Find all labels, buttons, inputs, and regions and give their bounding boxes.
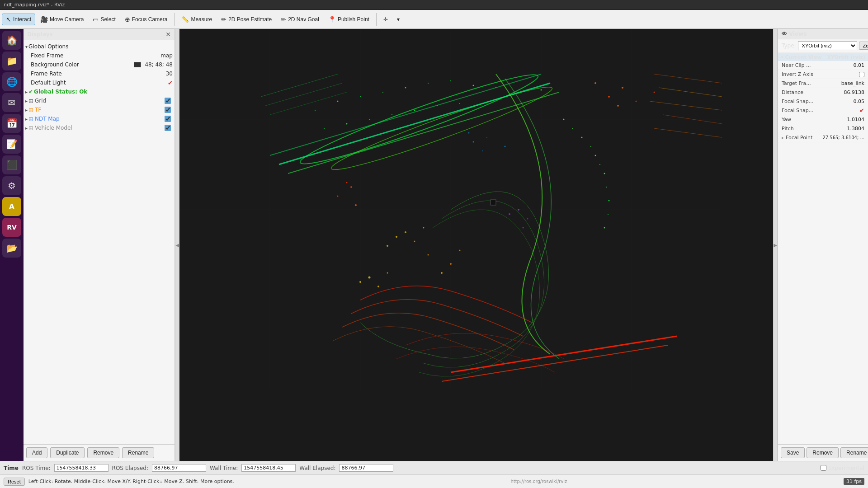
time-panel: Time ROS Time: 1547558418.33 ROS Elapsed… bbox=[0, 461, 868, 474]
reset-button[interactable]: Reset bbox=[4, 478, 25, 486]
vehicle-model-item[interactable]: ▸ ⊞ Vehicle Model bbox=[24, 123, 175, 132]
experimental-checkbox[interactable] bbox=[821, 465, 826, 471]
nav-goal-button[interactable]: ✏ 2D Nav Goal bbox=[277, 14, 323, 25]
focal-shape2-row[interactable]: Focal Shap... ✔ bbox=[778, 106, 868, 115]
invert-z-row[interactable]: Invert Z Axis bbox=[778, 70, 868, 79]
fixed-frame-label: Fixed Frame bbox=[31, 52, 159, 59]
svg-point-19 bbox=[423, 227, 425, 229]
svg-point-31 bbox=[468, 132, 470, 134]
vehicle-model-checkbox[interactable] bbox=[165, 125, 171, 131]
extra-button[interactable]: ✛ bbox=[379, 14, 392, 25]
default-light-item[interactable]: Default Light ✔ bbox=[24, 78, 175, 87]
left-collapse-handle[interactable]: ◀ bbox=[175, 29, 179, 461]
grid-item[interactable]: ▸ ⊞ Grid bbox=[24, 96, 175, 105]
extra-icon: ✛ bbox=[383, 16, 388, 23]
office-icon[interactable]: 📝 bbox=[2, 135, 21, 154]
tf-checkbox[interactable] bbox=[165, 107, 171, 113]
current-view-type: XYOrbit (rviz) bbox=[827, 54, 865, 60]
svg-point-49 bbox=[495, 87, 496, 88]
fixed-frame-value: map bbox=[160, 52, 173, 59]
displays-footer: Add Duplicate Remove Rename bbox=[24, 444, 175, 461]
add-display-button[interactable]: Add bbox=[26, 447, 47, 458]
displays-close-button[interactable]: ✕ bbox=[165, 31, 171, 38]
yaw-row[interactable]: Yaw 1.0104 bbox=[778, 115, 868, 124]
autoware-icon[interactable]: A bbox=[2, 197, 21, 216]
grid-arrow: ▸ bbox=[25, 99, 28, 103]
folder-icon[interactable]: 📂 bbox=[2, 239, 21, 258]
publish-point-button[interactable]: 📍 Publish Point bbox=[324, 14, 373, 25]
ros-elapsed-label: ROS Elapsed: bbox=[112, 465, 148, 471]
background-color-value: 48; 48; 48 bbox=[145, 61, 173, 68]
global-status-item[interactable]: ▸ ✔ Global Status: Ok bbox=[24, 87, 175, 96]
svg-point-50 bbox=[518, 92, 519, 93]
separator1 bbox=[174, 13, 175, 26]
views-type-select[interactable]: XYOrbit (rviz) Orbit (rviz) TopDownOrtho… bbox=[798, 41, 857, 50]
views-tree: ▾ Current View XYOrbit (rviz) Near Clip … bbox=[778, 52, 868, 444]
experimental-label[interactable]: Experimental bbox=[821, 465, 864, 471]
svg-point-33 bbox=[505, 146, 506, 147]
frame-rate-item[interactable]: Frame Rate 30 bbox=[24, 69, 175, 78]
remove-display-button[interactable]: Remove bbox=[87, 447, 119, 458]
rviz-icon[interactable]: RV bbox=[2, 218, 21, 237]
measure-button[interactable]: 📏 Measure bbox=[177, 14, 216, 25]
global-options-item[interactable]: ▾ Global Options bbox=[24, 42, 175, 51]
calendar-icon[interactable]: 📅 bbox=[2, 114, 21, 133]
save-view-button[interactable]: Save bbox=[781, 447, 805, 458]
background-color-item[interactable]: Background Color 48; 48; 48 bbox=[24, 60, 175, 69]
tf-item[interactable]: ▸ ⊞ TF bbox=[24, 105, 175, 114]
pitch-row[interactable]: Pitch 1.3804 bbox=[778, 124, 868, 133]
focus-camera-icon: ⊕ bbox=[125, 16, 130, 23]
remove-view-button[interactable]: Remove bbox=[807, 447, 839, 458]
views-zero-button[interactable]: Zero bbox=[859, 42, 868, 50]
svg-point-69 bbox=[604, 227, 605, 229]
svg-point-63 bbox=[595, 155, 596, 156]
focal-point-row[interactable]: ▸ Focal Point 27.565; 3.6104; ... bbox=[778, 133, 868, 142]
svg-point-58 bbox=[459, 103, 460, 104]
displays-title: Displays bbox=[27, 31, 53, 38]
status-arrow: ▸ bbox=[25, 89, 28, 94]
svg-point-36 bbox=[509, 213, 510, 215]
near-clip-row[interactable]: Near Clip ... 0.01 bbox=[778, 61, 868, 70]
terminal-icon[interactable]: ⬛ bbox=[2, 155, 21, 174]
rename-view-button[interactable]: Rename bbox=[840, 447, 868, 458]
move-camera-button[interactable]: 🎥 Move Camera bbox=[36, 14, 88, 25]
focal-shape2-label: Focal Shap... bbox=[782, 108, 859, 113]
grid-expand-icon: ⊞ bbox=[28, 98, 33, 104]
ndt-map-checkbox[interactable] bbox=[165, 116, 171, 122]
invert-z-checkbox[interactable] bbox=[859, 72, 864, 77]
ros-time-value: 1547558418.33 bbox=[54, 464, 108, 472]
svg-point-16 bbox=[405, 231, 406, 233]
svg-point-17 bbox=[414, 241, 415, 242]
focus-camera-button[interactable]: ⊕ Focus Camera bbox=[121, 14, 172, 25]
files-icon[interactable]: 📁 bbox=[2, 52, 21, 70]
rename-display-button[interactable]: Rename bbox=[122, 447, 154, 458]
focal-point-arrow: ▸ bbox=[782, 135, 784, 140]
focal-point-value: 27.565; 3.6104; ... bbox=[822, 135, 864, 140]
measure-icon: 📏 bbox=[181, 16, 189, 23]
nav-goal-icon: ✏ bbox=[281, 16, 286, 23]
fixed-frame-item[interactable]: Fixed Frame map bbox=[24, 51, 175, 60]
svg-point-20 bbox=[387, 245, 388, 247]
grid-checkbox[interactable] bbox=[165, 98, 171, 104]
focal-shape1-row[interactable]: Focal Shap... 0.05 bbox=[778, 97, 868, 106]
dropdown-button[interactable]: ▾ bbox=[393, 14, 404, 25]
svg-point-53 bbox=[346, 123, 348, 125]
target-frame-row[interactable]: Target Fra... base_link bbox=[778, 79, 868, 88]
ndt-map-item[interactable]: ▸ ⊞ NDT Map bbox=[24, 114, 175, 123]
email-icon[interactable]: ✉ bbox=[2, 93, 21, 112]
select-button[interactable]: ▭ Select bbox=[89, 14, 119, 25]
right-collapse-handle[interactable]: ▶ bbox=[773, 29, 778, 461]
svg-point-24 bbox=[441, 272, 443, 274]
browser-icon[interactable]: 🌐 bbox=[2, 72, 21, 91]
ros-url: http://ros.org/roswiki/rviz bbox=[510, 479, 567, 484]
svg-point-26 bbox=[377, 286, 379, 287]
svg-point-35 bbox=[527, 218, 528, 220]
pose-estimate-button[interactable]: ✏ 2D Pose Estimate bbox=[217, 14, 276, 25]
distance-row[interactable]: Distance 86.9138 bbox=[778, 88, 868, 97]
interact-button[interactable]: ↖ Interact bbox=[2, 14, 35, 25]
duplicate-display-button[interactable]: Duplicate bbox=[50, 447, 85, 458]
ndt-map-label: NDT Map bbox=[35, 116, 165, 122]
3d-viewport[interactable] bbox=[179, 29, 773, 461]
home-icon[interactable]: 🏠 bbox=[2, 31, 21, 50]
settings-icon[interactable]: ⚙ bbox=[2, 176, 21, 195]
